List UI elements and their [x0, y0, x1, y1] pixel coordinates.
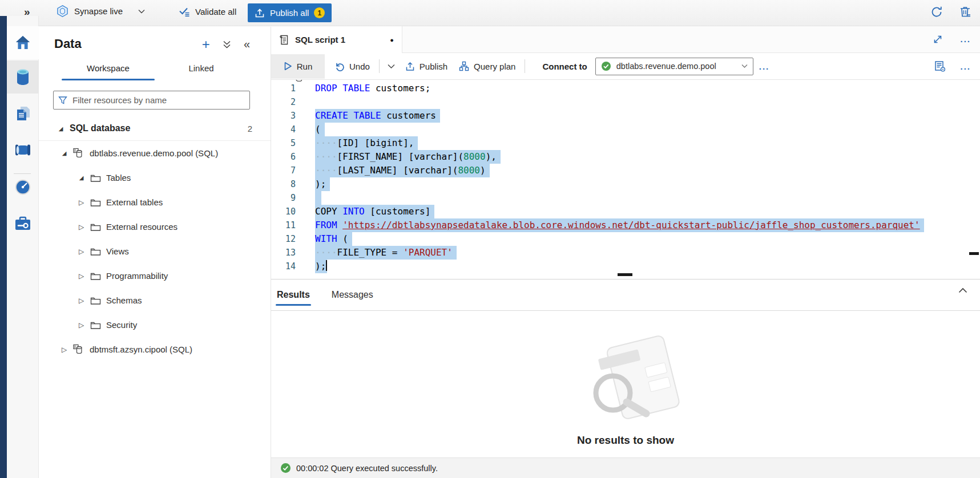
tree-item-dbtmsft-azsyn-cipool-sql[interactable]: ▷ dbtmsft.azsyn.cipool (SQL) — [39, 337, 271, 362]
hub-home[interactable] — [7, 26, 39, 59]
tree-item-external-resources[interactable]: ▷ External resources — [39, 214, 271, 239]
tab-workspace[interactable]: Workspace — [62, 60, 155, 80]
publish-all-label: Publish all — [270, 8, 309, 18]
panel-title: Data — [54, 37, 82, 51]
add-resource-button[interactable]: + — [202, 38, 210, 51]
code-line-14[interactable]: 14); — [271, 260, 980, 273]
tree-item-security[interactable]: ▷ Security — [39, 313, 271, 337]
code-line-12[interactable]: 12WITH ( — [271, 232, 980, 246]
code-line-11[interactable]: 11FROM 'https://dbtlabsynapsedatalake.bl… — [271, 218, 980, 232]
code-line-4[interactable]: 4( — [271, 123, 980, 136]
view-settings-icon[interactable] — [934, 60, 946, 72]
line-number: 8 — [271, 177, 315, 191]
code-line-2[interactable]: 2 — [271, 95, 980, 109]
empty-results-illustration — [563, 327, 688, 430]
code-line-13[interactable]: 13····FILE_TYPE = 'PARQUET' — [271, 246, 980, 260]
tab-linked[interactable]: Linked — [155, 60, 248, 80]
toolbar-more-actions-icon[interactable]: ... — [753, 62, 776, 71]
synapse-studio-window: » Synapse live Validate all — [0, 0, 980, 478]
hub-develop[interactable] — [7, 97, 39, 130]
code-line-10[interactable]: 10COPY INTO [customers] — [271, 205, 980, 218]
publish-button[interactable]: Publish — [400, 54, 453, 79]
connection-ok-icon — [601, 61, 611, 71]
synapse-logo-icon — [56, 5, 69, 18]
tree-item-label: dbtlabs.revenue.demo.pool (SQL) — [90, 148, 218, 158]
discard-trash-icon[interactable] — [958, 5, 972, 19]
code-line-7[interactable]: 7····[LAST_NAME] [varchar](8000) — [271, 164, 980, 177]
expand-node-icon[interactable]: ▷ — [78, 297, 85, 305]
expand-node-icon[interactable]: ▷ — [61, 346, 68, 354]
tree-item-views[interactable]: ▷ Views — [39, 239, 271, 264]
tree-item-label: Security — [106, 320, 137, 330]
query-status-bar: 00:00:02 Query executed successfully. — [271, 457, 980, 478]
tree-item-programmability[interactable]: ▷ Programmability — [39, 264, 271, 288]
collapse-panel-icon[interactable]: « — [244, 38, 250, 51]
expand-node-icon[interactable]: ▷ — [78, 199, 85, 206]
code-line-3[interactable]: 3CREATE TABLE customers — [271, 109, 980, 123]
horizontal-scrollbar-thumb[interactable] — [618, 273, 632, 276]
collapse-node-icon[interactable]: ◢ — [61, 150, 68, 156]
connect-to-label: Connect to — [542, 62, 587, 71]
gauge-icon — [14, 179, 31, 196]
run-play-icon — [284, 62, 292, 71]
code-line-8[interactable]: 8); — [271, 177, 980, 191]
line-number: 5 — [271, 136, 315, 150]
tab-results[interactable]: Results — [276, 286, 311, 306]
double-chevron-down-icon[interactable] — [223, 40, 231, 49]
expand-editor-icon[interactable] — [933, 34, 943, 44]
tree-item-label: External tables — [106, 197, 163, 207]
resource-tree: ◢SQL database2◢ dbtlabs.revenue.demo.poo… — [39, 116, 271, 362]
publish-all-button[interactable]: Publish all 1 — [248, 3, 332, 22]
publish-icon — [405, 62, 415, 71]
line-number: 2 — [271, 95, 315, 109]
tree-item-sql-database[interactable]: ◢SQL database2 — [39, 116, 271, 141]
run-button[interactable]: Run — [271, 54, 325, 79]
tab-sql-script-1[interactable]: SQL script 1 ● — [271, 26, 402, 53]
query-plan-button[interactable]: Query plan — [453, 54, 521, 79]
code-line-9[interactable]: 9 — [271, 191, 980, 205]
refresh-icon[interactable] — [930, 5, 943, 19]
expand-node-icon[interactable]: ▷ — [78, 321, 85, 329]
run-label: Run — [297, 62, 313, 71]
filter-box — [53, 91, 250, 110]
filter-resources-input[interactable] — [71, 95, 245, 106]
code-line-5[interactable]: 5····[ID] [bigint], — [271, 136, 980, 150]
hub-integrate[interactable] — [7, 133, 39, 167]
expand-node-icon[interactable]: ▷ — [78, 272, 85, 280]
tab-more-actions-icon[interactable]: ... — [960, 34, 971, 44]
expand-node-icon[interactable]: ▷ — [78, 248, 85, 256]
toolbox-wrench-icon — [14, 216, 31, 232]
sql-code-editor[interactable]: 1DROP TABLE customers;23CREATE TABLE cus… — [271, 80, 980, 279]
code-lines: 1DROP TABLE customers;23CREATE TABLE cus… — [271, 82, 980, 273]
tree-item-tables[interactable]: ◢ Tables — [39, 165, 271, 190]
collapse-results-chevron-icon[interactable] — [958, 287, 967, 293]
left-hub-rail — [0, 16, 39, 478]
code-line-6[interactable]: 6····[FIRST_NAME] [varchar](8000), — [271, 150, 980, 164]
editor-more-actions-icon[interactable]: ... — [960, 62, 971, 71]
connect-to-pool-dropdown[interactable]: dbtlabs.revenue.demo.pool — [595, 58, 753, 75]
hub-data-active[interactable] — [7, 60, 39, 94]
hub-monitor[interactable] — [7, 171, 39, 204]
tab-messages[interactable]: Messages — [330, 286, 374, 306]
hub-manage[interactable] — [7, 207, 39, 240]
database-cylinder-icon — [15, 68, 31, 86]
undo-menu-chevron-icon[interactable] — [383, 64, 400, 69]
collapse-node-icon[interactable]: ◢ — [57, 125, 64, 132]
scrollbar-mark[interactable] — [969, 252, 979, 255]
undo-button[interactable]: Undo — [329, 54, 376, 79]
folder-icon — [90, 173, 101, 183]
collapse-node-icon[interactable]: ◢ — [78, 175, 85, 181]
validate-all-button[interactable]: Validate all — [178, 5, 236, 18]
tree-item-schemas[interactable]: ▷ Schemas — [39, 288, 271, 313]
tree-item-dbtlabs-revenue-demo-pool-sql[interactable]: ◢ dbtlabs.revenue.demo.pool (SQL) — [39, 141, 271, 165]
folder-icon — [90, 247, 101, 256]
code-line-1[interactable]: 1DROP TABLE customers; — [271, 82, 980, 95]
workspace-mode-dropdown[interactable]: Synapse live — [56, 5, 145, 18]
sql-pool-database-icon — [73, 148, 84, 159]
tree-item-label: External resources — [106, 222, 178, 232]
results-panel: Results Messages — [271, 279, 980, 478]
tree-item-external-tables[interactable]: ▷ External tables — [39, 190, 271, 214]
toolbar-divider — [525, 59, 525, 73]
expand-node-icon[interactable]: ▷ — [78, 223, 85, 231]
top-command-bar: » Synapse live Validate all — [0, 0, 980, 26]
